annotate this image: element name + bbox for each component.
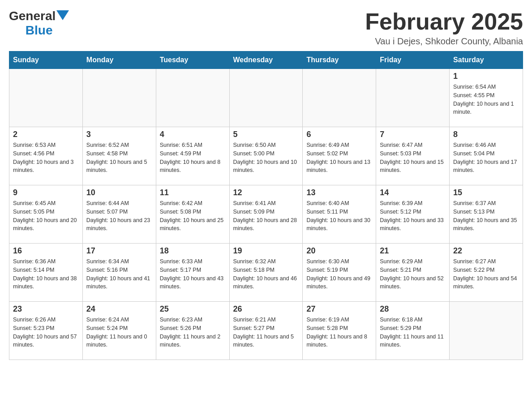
day-number: 1 bbox=[453, 72, 519, 81]
day-number: 24 bbox=[86, 304, 152, 314]
day-number: 27 bbox=[306, 304, 372, 314]
day-number: 28 bbox=[380, 304, 446, 314]
day-info: Sunrise: 6:18 AMSunset: 5:29 PMDaylight:… bbox=[380, 316, 446, 349]
logo-arrow-icon bbox=[56, 10, 69, 23]
calendar-day-cell bbox=[376, 69, 450, 127]
day-info: Sunrise: 6:51 AMSunset: 4:59 PMDaylight:… bbox=[160, 141, 226, 175]
calendar-day-cell: 3Sunrise: 6:52 AMSunset: 4:58 PMDaylight… bbox=[82, 127, 156, 185]
day-info: Sunrise: 6:45 AMSunset: 5:05 PMDaylight:… bbox=[13, 199, 79, 233]
calendar-day-cell: 15Sunrise: 6:37 AMSunset: 5:13 PMDayligh… bbox=[450, 185, 523, 244]
calendar-day-cell: 27Sunrise: 6:19 AMSunset: 5:28 PMDayligh… bbox=[303, 302, 376, 360]
weekday-header-monday: Monday bbox=[82, 51, 156, 69]
day-number: 5 bbox=[233, 130, 299, 139]
weekday-header-friday: Friday bbox=[376, 51, 450, 69]
calendar-day-cell: 11Sunrise: 6:42 AMSunset: 5:08 PMDayligh… bbox=[156, 185, 229, 244]
calendar-day-cell: 26Sunrise: 6:21 AMSunset: 5:27 PMDayligh… bbox=[229, 302, 303, 360]
day-info: Sunrise: 6:30 AMSunset: 5:19 PMDaylight:… bbox=[306, 257, 372, 291]
day-info: Sunrise: 6:50 AMSunset: 5:00 PMDaylight:… bbox=[233, 141, 299, 175]
weekday-header-sunday: Sunday bbox=[9, 51, 83, 69]
day-info: Sunrise: 6:40 AMSunset: 5:11 PMDaylight:… bbox=[306, 199, 372, 233]
day-info: Sunrise: 6:33 AMSunset: 5:17 PMDaylight:… bbox=[160, 257, 226, 291]
calendar-day-cell: 5Sunrise: 6:50 AMSunset: 5:00 PMDaylight… bbox=[229, 127, 303, 185]
day-number: 2 bbox=[13, 130, 79, 139]
day-info: Sunrise: 6:49 AMSunset: 5:02 PMDaylight:… bbox=[306, 141, 372, 175]
calendar-day-cell bbox=[229, 69, 303, 127]
calendar-day-cell: 24Sunrise: 6:24 AMSunset: 5:24 PMDayligh… bbox=[82, 302, 156, 360]
calendar-day-cell bbox=[450, 302, 523, 360]
logo-blue-text: Blue bbox=[26, 23, 53, 37]
day-number: 12 bbox=[233, 188, 299, 197]
logo-general-text: General bbox=[9, 9, 56, 23]
calendar-day-cell: 4Sunrise: 6:51 AMSunset: 4:59 PMDaylight… bbox=[156, 127, 229, 185]
day-number: 14 bbox=[380, 188, 446, 197]
day-number: 21 bbox=[380, 246, 446, 256]
day-info: Sunrise: 6:46 AMSunset: 5:04 PMDaylight:… bbox=[453, 141, 519, 175]
location-title: Vau i Dejes, Shkoder County, Albania bbox=[365, 36, 523, 47]
calendar-day-cell: 8Sunrise: 6:46 AMSunset: 5:04 PMDaylight… bbox=[450, 127, 523, 185]
day-info: Sunrise: 6:34 AMSunset: 5:16 PMDaylight:… bbox=[86, 257, 152, 291]
day-number: 18 bbox=[160, 246, 226, 256]
day-number: 13 bbox=[306, 188, 372, 197]
weekday-header-wednesday: Wednesday bbox=[229, 51, 303, 69]
day-info: Sunrise: 6:23 AMSunset: 5:26 PMDaylight:… bbox=[160, 316, 226, 349]
day-number: 17 bbox=[86, 246, 152, 256]
day-info: Sunrise: 6:36 AMSunset: 5:14 PMDaylight:… bbox=[13, 257, 79, 291]
day-number: 7 bbox=[380, 130, 446, 139]
day-number: 16 bbox=[13, 246, 79, 256]
day-info: Sunrise: 6:24 AMSunset: 5:24 PMDaylight:… bbox=[86, 316, 152, 349]
calendar-day-cell bbox=[9, 69, 83, 127]
day-number: 4 bbox=[160, 130, 226, 139]
day-info: Sunrise: 6:41 AMSunset: 5:09 PMDaylight:… bbox=[233, 199, 299, 233]
day-info: Sunrise: 6:37 AMSunset: 5:13 PMDaylight:… bbox=[453, 199, 519, 233]
calendar-day-cell: 6Sunrise: 6:49 AMSunset: 5:02 PMDaylight… bbox=[303, 127, 376, 185]
weekday-header-thursday: Thursday bbox=[303, 51, 376, 69]
calendar-day-cell: 13Sunrise: 6:40 AMSunset: 5:11 PMDayligh… bbox=[303, 185, 376, 244]
day-number: 22 bbox=[453, 246, 519, 256]
calendar-day-cell: 21Sunrise: 6:29 AMSunset: 5:21 PMDayligh… bbox=[376, 244, 450, 302]
weekday-header-tuesday: Tuesday bbox=[156, 51, 229, 69]
day-number: 19 bbox=[233, 246, 299, 256]
day-info: Sunrise: 6:29 AMSunset: 5:21 PMDaylight:… bbox=[380, 257, 446, 291]
logo-icon: General Blue bbox=[9, 9, 69, 38]
weekday-header-saturday: Saturday bbox=[450, 51, 523, 69]
calendar-day-cell: 9Sunrise: 6:45 AMSunset: 5:05 PMDaylight… bbox=[9, 185, 83, 244]
calendar-day-cell: 10Sunrise: 6:44 AMSunset: 5:07 PMDayligh… bbox=[82, 185, 156, 244]
calendar-day-cell: 7Sunrise: 6:47 AMSunset: 5:03 PMDaylight… bbox=[376, 127, 450, 185]
calendar-day-cell: 17Sunrise: 6:34 AMSunset: 5:16 PMDayligh… bbox=[82, 244, 156, 302]
calendar-day-cell: 19Sunrise: 6:32 AMSunset: 5:18 PMDayligh… bbox=[229, 244, 303, 302]
logo: General Blue bbox=[9, 9, 69, 38]
day-number: 9 bbox=[13, 188, 79, 197]
day-info: Sunrise: 6:47 AMSunset: 5:03 PMDaylight:… bbox=[380, 141, 446, 175]
day-number: 20 bbox=[306, 246, 372, 256]
weekday-header-row: SundayMondayTuesdayWednesdayThursdayFrid… bbox=[9, 51, 523, 69]
calendar-table: SundayMondayTuesdayWednesdayThursdayFrid… bbox=[9, 51, 523, 360]
calendar-day-cell: 16Sunrise: 6:36 AMSunset: 5:14 PMDayligh… bbox=[9, 244, 83, 302]
day-number: 15 bbox=[453, 188, 519, 197]
calendar-week-row: 16Sunrise: 6:36 AMSunset: 5:14 PMDayligh… bbox=[9, 244, 523, 302]
day-info: Sunrise: 6:26 AMSunset: 5:23 PMDaylight:… bbox=[13, 316, 79, 349]
day-info: Sunrise: 6:52 AMSunset: 4:58 PMDaylight:… bbox=[86, 141, 152, 175]
calendar-day-cell: 25Sunrise: 6:23 AMSunset: 5:26 PMDayligh… bbox=[156, 302, 229, 360]
day-number: 11 bbox=[160, 188, 226, 197]
day-info: Sunrise: 6:19 AMSunset: 5:28 PMDaylight:… bbox=[306, 316, 372, 349]
calendar-day-cell: 1Sunrise: 6:54 AMSunset: 4:55 PMDaylight… bbox=[450, 69, 523, 127]
calendar-day-cell bbox=[156, 69, 229, 127]
day-number: 26 bbox=[233, 304, 299, 314]
day-info: Sunrise: 6:42 AMSunset: 5:08 PMDaylight:… bbox=[160, 199, 226, 233]
calendar-day-cell: 2Sunrise: 6:53 AMSunset: 4:56 PMDaylight… bbox=[9, 127, 83, 185]
day-number: 23 bbox=[13, 304, 79, 314]
calendar-day-cell: 22Sunrise: 6:27 AMSunset: 5:22 PMDayligh… bbox=[450, 244, 523, 302]
day-info: Sunrise: 6:39 AMSunset: 5:12 PMDaylight:… bbox=[380, 199, 446, 233]
calendar-day-cell bbox=[303, 69, 376, 127]
day-info: Sunrise: 6:53 AMSunset: 4:56 PMDaylight:… bbox=[13, 141, 79, 175]
calendar-day-cell: 20Sunrise: 6:30 AMSunset: 5:19 PMDayligh… bbox=[303, 244, 376, 302]
title-section: February 2025 Vau i Dejes, Shkoder Count… bbox=[365, 9, 523, 47]
calendar-day-cell: 12Sunrise: 6:41 AMSunset: 5:09 PMDayligh… bbox=[229, 185, 303, 244]
day-info: Sunrise: 6:54 AMSunset: 4:55 PMDaylight:… bbox=[453, 83, 519, 116]
svg-marker-0 bbox=[56, 10, 69, 20]
day-number: 6 bbox=[306, 130, 372, 139]
day-number: 8 bbox=[453, 130, 519, 139]
calendar-week-row: 2Sunrise: 6:53 AMSunset: 4:56 PMDaylight… bbox=[9, 127, 523, 185]
calendar-week-row: 9Sunrise: 6:45 AMSunset: 5:05 PMDaylight… bbox=[9, 185, 523, 244]
day-info: Sunrise: 6:32 AMSunset: 5:18 PMDaylight:… bbox=[233, 257, 299, 291]
